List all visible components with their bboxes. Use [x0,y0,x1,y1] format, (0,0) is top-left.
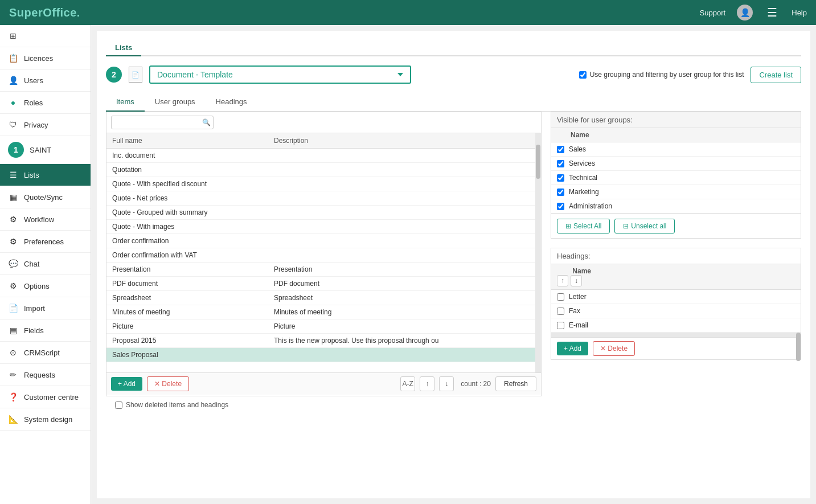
create-list-button[interactable]: Create list [751,67,801,83]
headings-scroll-up[interactable]: ↑ [557,275,568,286]
ug-checkbox[interactable] [557,160,564,167]
col-description: Description [268,133,535,149]
help-link[interactable]: Help [792,9,807,17]
tab-user-groups[interactable]: User groups [145,93,206,112]
unselect-all-button[interactable]: ⊟ Unselect all [614,219,675,233]
support-link[interactable]: Support [700,9,726,17]
table-row[interactable]: Quote - Grouped with summary [106,206,535,220]
ug-row[interactable]: Sales [551,142,801,157]
show-deleted-label[interactable]: Show deleted items and headings [115,401,228,409]
table-row[interactable]: PresentationPresentation [106,263,535,277]
sidebar-item-crmscript[interactable]: ⊙ CRMScript [0,342,91,364]
ug-row[interactable]: Technical [551,171,801,185]
table-row[interactable]: Quotation [106,163,535,177]
ug-row[interactable]: Administration [551,199,801,214]
heading-checkbox[interactable] [557,293,564,301]
table-row[interactable]: PDF documentPDF document [106,277,535,291]
show-deleted-checkbox[interactable] [115,401,122,409]
add-item-button[interactable]: + Add [111,377,142,391]
search-input[interactable] [111,116,214,129]
options-icon: ⚙ [8,281,18,291]
table-row[interactable]: Proposal 2015This is the new proposal. U… [106,334,535,348]
system-design-icon: 📐 [8,414,18,424]
sidebar-item-users[interactable]: 👤 Users [0,69,91,92]
sidebar-item-privacy[interactable]: 🛡 Privacy [0,114,91,136]
sidebar-item-preferences[interactable]: ⚙ Preferences [0,231,91,253]
tab-lists[interactable]: Lists [106,40,141,56]
table-row[interactable]: Quote - With images [106,220,535,234]
delete-heading-button[interactable]: ✕ Delete [593,341,635,356]
list-scrollbar[interactable] [535,133,541,372]
use-grouping-checkbox[interactable] [579,71,587,79]
menu-icon[interactable]: ☰ [764,5,780,21]
ug-checkbox[interactable] [557,189,564,196]
search-icon: 🔍 [202,118,211,126]
main-layout: ⊞ 📋 Licences 👤 Users ● Roles 🛡 Privacy 1… [0,25,816,504]
panel-tabs: Lists [106,40,801,56]
h-col-header: Name ↑ ↓ [551,264,801,290]
doc-icon: 📄 [129,67,142,83]
heading-checkbox[interactable] [557,322,564,329]
top-nav: SuperOffice. Support 👤 ☰ Help [0,0,816,25]
sidebar-item-licences[interactable]: 📋 Licences [0,47,91,69]
ug-checkbox[interactable] [557,203,564,210]
sidebar-item-workflow[interactable]: ⚙ Workflow [0,208,91,231]
tab-headings[interactable]: Headings [206,93,257,112]
table-row[interactable]: Order confirmation [106,234,535,248]
heading-row[interactable]: E-mail [551,318,801,333]
delete-item-button[interactable]: ✕ Delete [147,376,189,391]
heading-checkbox[interactable] [557,308,564,315]
list-dropdown[interactable]: Document - Template Activity - Type Cate… [149,65,411,84]
sidebar-label-system-design: System design [24,415,72,424]
sidebar-item-saint[interactable]: 1 SAINT [0,136,91,164]
sidebar-item-roles[interactable]: ● Roles [0,92,91,114]
right-options: Use grouping and filtering by user group… [579,67,801,83]
sidebar-item-options[interactable]: ⚙ Options [0,275,91,297]
sidebar-label-lists: Lists [24,171,39,179]
heading-row[interactable]: Fax [551,304,801,318]
ug-checkbox[interactable] [557,146,564,153]
user-avatar-icon[interactable]: 👤 [737,5,753,21]
ug-row[interactable]: Services [551,157,801,171]
select-all-button[interactable]: ⊞ Select All [557,219,610,233]
sidebar-item-customer-centre[interactable]: ❓ Customer centre [0,386,91,408]
heading-row[interactable]: Letter [551,290,801,304]
refresh-button[interactable]: Refresh [495,376,536,391]
sort-down-button[interactable]: ↓ [439,376,454,391]
sort-up-button[interactable]: ↑ [420,376,434,391]
fields-icon: ▤ [8,325,18,335]
table-row[interactable]: PicturePicture [106,319,535,334]
table-row[interactable]: Inc. document [106,149,535,163]
ug-col-header: Name [551,128,801,142]
crmscript-icon: ⊙ [8,347,18,358]
sidebar-item-system-design[interactable]: 📐 System design [0,408,91,431]
content-area: Lists 2 📄 Document - Template Activity -… [91,25,816,504]
tab-items[interactable]: Items [106,93,145,112]
sidebar-item-requests[interactable]: ✏ Requests [0,364,91,386]
sidebar-item-lists[interactable]: ☰ Lists [0,164,91,186]
use-grouping-label[interactable]: Use grouping and filtering by user group… [579,71,744,79]
ug-row[interactable]: Marketing [551,185,801,199]
table-row[interactable]: Order confirmation with VAT [106,248,535,263]
sidebar-item-fields[interactable]: ▤ Fields [0,319,91,342]
table-row[interactable]: Minutes of meetingMinutes of meeting [106,305,535,319]
users-icon: 👤 [8,75,18,85]
app-logo[interactable]: SuperOffice. [9,6,80,19]
select-all-icon: ⊞ [565,222,571,230]
add-heading-button[interactable]: + Add [557,342,588,355]
table-row[interactable]: SpreadsheetSpreadsheet [106,291,535,305]
table-row[interactable]: Sales Proposal [106,348,535,362]
sort-az-button[interactable]: A-Z [400,376,415,391]
sidebar-label-roles: Roles [24,99,43,107]
list-scroll-wrapper[interactable]: Full name Description Inc. documentQuota… [106,133,541,372]
count-label: count : 20 [461,380,491,388]
sidebar-item-quotesync[interactable]: ▦ Quote/Sync [0,186,91,208]
headings-scroll-down[interactable]: ↓ [571,275,582,286]
table-row[interactable]: Quote - With specified discount [106,177,535,191]
sidebar-item-import[interactable]: 📄 Import [0,297,91,319]
sidebar-item-dashboard[interactable]: ⊞ [0,25,91,47]
sidebar-item-chat[interactable]: 💬 Chat [0,253,91,275]
table-row[interactable]: Quote - Net prices [106,191,535,206]
ug-checkbox[interactable] [557,174,564,182]
sidebar-label-crmscript: CRMScript [24,349,60,357]
